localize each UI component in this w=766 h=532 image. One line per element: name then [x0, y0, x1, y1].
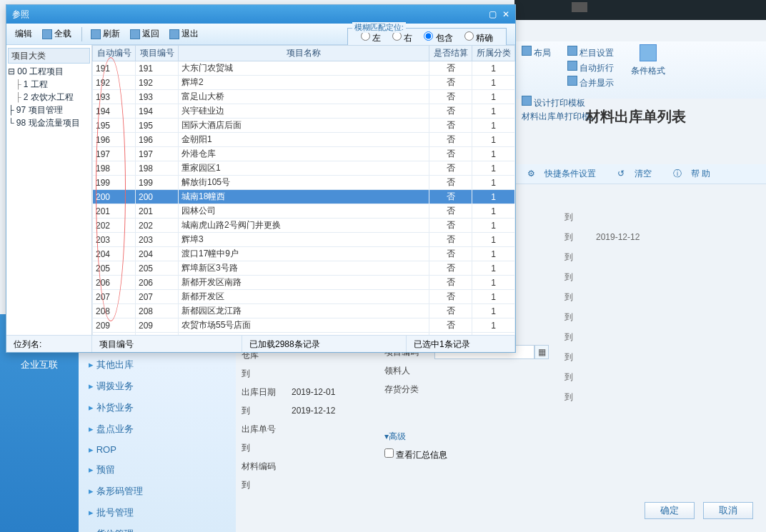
page-title: 材料出库单列表 [586, 107, 686, 126]
table-row[interactable]: 197197外港仓库否1 [93, 147, 515, 161]
table-row[interactable]: 192192辉埠2否1 [93, 76, 515, 90]
table-row[interactable]: 202202城南虎山路2号阀门井更换否1 [93, 219, 515, 233]
right-field-list: 到 到2019-12-12 到 到 到 到 到 到 到 到 [564, 207, 640, 407]
table-row[interactable]: 206206新都开发区南路否1 [93, 276, 515, 290]
sidebar-label[interactable]: 企业互联 [0, 358, 79, 371]
col-settle[interactable]: 是否结算 [429, 46, 472, 61]
status-selected: 已选中1条记录 [407, 336, 515, 352]
nav-item[interactable]: 货位管理 [79, 523, 236, 532]
ribbon-merge[interactable]: 合并显示 [567, 76, 614, 89]
col-name[interactable]: 项目名称 [179, 46, 429, 61]
tree-header: 项目大类 [8, 48, 90, 64]
nav-item[interactable]: 盘点业务 [79, 418, 236, 440]
project-picker-icon[interactable]: ▦ [534, 345, 549, 359]
close-icon[interactable]: ✕ [502, 9, 509, 19]
q-matcode: 材料编码 [242, 457, 292, 476]
table-row[interactable]: 200200城南18幢西否1 [93, 190, 515, 204]
titlebar[interactable]: 参照 ▢ ✕ [6, 5, 515, 24]
table-row[interactable]: 191191大东门农贸城否1 [93, 61, 515, 76]
table-row[interactable]: 199199解放街105号否1 [93, 176, 515, 190]
match-exact[interactable]: 精确 [464, 31, 493, 44]
tb2-clear[interactable]: ↺ 清空 [617, 168, 658, 180]
table-row[interactable]: 201201园林公司否1 [93, 204, 515, 219]
q-date-from: 2019-12-01 [292, 383, 335, 401]
table-row[interactable]: 207207新都开发区否1 [93, 290, 515, 304]
tb-exit[interactable]: 退出 [165, 26, 203, 41]
table-row[interactable]: 203203辉埠3否1 [93, 233, 515, 247]
status-colname: 位列名: [6, 336, 92, 352]
table-row[interactable]: 210210村镇很行否1 [93, 333, 515, 336]
ribbon: 布局 栏目设置 自动折行 合并显示 条件格式 设计打印模板 材料出库单打印模… [514, 41, 766, 99]
match-left[interactable]: 左 [361, 31, 381, 44]
table-row[interactable]: 209209农贸市场55号店面否1 [93, 318, 515, 333]
q-num: 出库单号 [242, 420, 292, 438]
category-tree[interactable]: 项目大类 ⊟ 00 工程项目 1 工程2 农饮水工程 ├ 97 项目管理 └ 9… [6, 45, 92, 335]
ribbon-cond[interactable]: 条件格式 [624, 41, 672, 91]
reference-dialog: 参照 ▢ ✕ 编辑 全载 刷新 返回 退出 模糊匹配定位: 左 右 包含 精确 … [6, 4, 516, 353]
ribbon-col[interactable]: 栏目设置 [567, 46, 614, 59]
table-row[interactable]: 196196金朝阳1否1 [93, 133, 515, 147]
tb-edit[interactable]: 编辑 [11, 26, 36, 41]
nav-item[interactable]: 批号管理 [79, 502, 236, 523]
nav-item[interactable]: 预留 [79, 459, 236, 481]
col-cat[interactable]: 所属分类 [472, 46, 515, 61]
nav-item[interactable]: 调拨业务 [79, 376, 236, 397]
status-loaded: 已加载2988条记录 [242, 336, 407, 352]
tb2-help[interactable]: ⓘ 帮 助 [673, 168, 718, 180]
bg-dropdown[interactable] [572, 2, 587, 12]
table-row[interactable]: 193193富足山大桥否1 [93, 90, 515, 104]
right-date: 2019-12-12 [596, 227, 640, 247]
tb-all[interactable]: 全载 [38, 26, 76, 41]
minimize-icon[interactable]: ▢ [489, 9, 497, 19]
project-grid[interactable]: 自动编号 项目编号 项目名称 是否结算 所属分类 191191大东门农贸城否11… [92, 45, 515, 335]
col-auto[interactable]: 自动编号 [93, 46, 136, 61]
tree-98[interactable]: 98 现金流量项目 [16, 118, 80, 128]
table-row[interactable]: 195195国际大酒店后面否1 [93, 119, 515, 133]
table-row[interactable]: 194194兴宇硅业边否1 [93, 104, 515, 119]
tree-item[interactable]: 2 农饮水工程 [15, 91, 90, 104]
table-row[interactable]: 198198重家园区1否1 [93, 161, 515, 176]
right-toolbar: ⚙ 快捷条件设置 ↺ 清空 ⓘ 帮 助 [514, 164, 766, 184]
col-code[interactable]: 项目编号 [136, 46, 179, 61]
match-right[interactable]: 右 [392, 31, 412, 44]
ribbon-wrap[interactable]: 自动折行 [567, 61, 614, 74]
nav-item[interactable]: ROP [79, 440, 236, 459]
ok-button[interactable]: 确定 [645, 502, 695, 519]
status-colvalue: 项目编号 [92, 336, 242, 352]
tb-refresh[interactable]: 刷新 [86, 26, 124, 41]
dialog-status: 位列名: 项目编号 已加载2988条记录 已选中1条记录 [6, 335, 515, 352]
window-title: 参照 [12, 9, 29, 21]
summary-checkbox[interactable]: 查看汇总信息 [384, 446, 447, 464]
ribbon-layout: 布局 [534, 48, 551, 58]
tb2-quick[interactable]: ⚙ 快捷条件设置 [527, 168, 603, 180]
nav-item[interactable]: 补货业务 [79, 397, 236, 418]
tb-back[interactable]: 返回 [126, 26, 164, 41]
table-row[interactable]: 205205辉埠新区3号路否1 [93, 261, 515, 276]
tree-item[interactable]: 1 工程 [15, 78, 90, 91]
tree-root[interactable]: 00 工程项目 [17, 66, 64, 76]
q-date-to: 2019-12-12 [292, 401, 335, 420]
match-contain[interactable]: 包含 [424, 31, 452, 44]
table-row[interactable]: 208208新都园区龙江路否1 [93, 304, 515, 318]
nav-item[interactable]: 条形码管理 [79, 481, 236, 502]
table-row[interactable]: 204204渡口17幢中9户否1 [93, 247, 515, 261]
tree-97[interactable]: 97 项目管理 [16, 105, 63, 115]
nav-item[interactable]: 其他出库 [79, 354, 236, 376]
advanced-link[interactable]: ▾ 高级 [384, 427, 559, 446]
cancel-button[interactable]: 取消 [703, 502, 753, 519]
